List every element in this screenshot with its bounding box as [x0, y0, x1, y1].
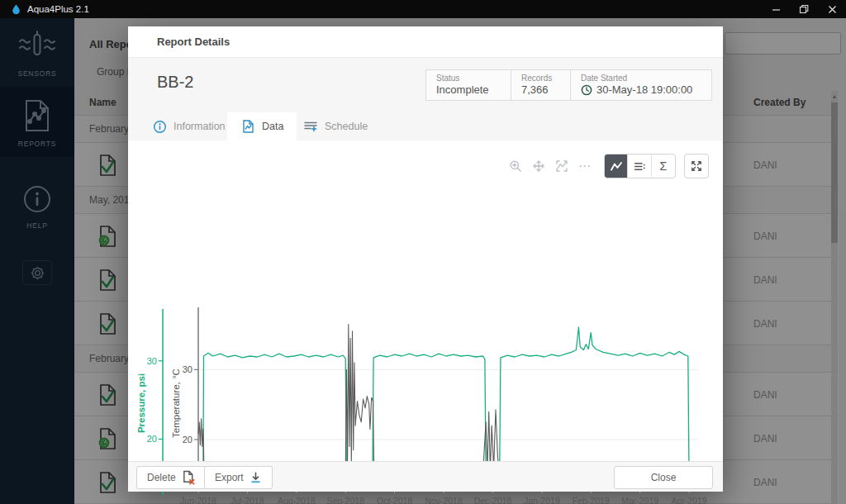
svg-text:20: 20: [147, 434, 157, 444]
autoscale-button[interactable]: [554, 159, 569, 174]
close-button[interactable]: Close: [614, 466, 713, 489]
modal-title: Report Details: [157, 36, 230, 48]
chart-view-button[interactable]: [605, 155, 628, 178]
report-info-box: Status Incomplete Records 7,366 Date Sta…: [425, 69, 712, 101]
report-details-modal: Report Details BB-2 Status Incomplete Re…: [128, 26, 723, 492]
svg-text:30: 30: [147, 356, 157, 366]
list-icon: [633, 160, 646, 173]
app-logo-droplet-icon: [11, 3, 21, 15]
status-label: Status: [436, 74, 501, 83]
restore-button[interactable]: [790, 0, 818, 18]
date-started-cell: Date Started 30-May-18 19:00:00: [571, 70, 711, 100]
report-name: BB-2: [157, 73, 193, 92]
clock-icon: [581, 84, 592, 96]
records-label: Records: [521, 74, 560, 83]
statistics-view-button[interactable]: Σ: [652, 155, 675, 178]
export-button[interactable]: Export: [204, 466, 273, 489]
chart-panel: ⋯ Σ: [128, 140, 723, 461]
data-chart-icon: [240, 119, 255, 134]
svg-text:Feb-2019: Feb-2019: [573, 496, 610, 504]
delete-document-icon: [182, 470, 196, 485]
close-window-button[interactable]: [818, 0, 846, 18]
view-mode-toggle: Σ: [604, 154, 676, 178]
svg-text:Apr-2019: Apr-2019: [671, 496, 706, 504]
download-icon: [250, 471, 262, 484]
tab-information[interactable]: Information: [140, 112, 239, 140]
svg-text:Mar-2019: Mar-2019: [621, 496, 658, 504]
schedule-icon: [303, 119, 318, 134]
titlebar: Aqua4Plus 2.1: [0, 0, 846, 18]
date-started-value: 30-May-18 19:00:00: [596, 83, 692, 96]
tab-schedule[interactable]: Schedule: [290, 112, 381, 140]
pan-button[interactable]: [531, 159, 546, 174]
tab-label: Schedule: [325, 121, 368, 132]
tab-label: Data: [262, 121, 283, 132]
plot-toolbar: ⋯ Σ: [128, 152, 723, 178]
svg-text:30: 30: [183, 364, 192, 374]
svg-text:Pressure, psi: Pressure, psi: [136, 373, 146, 433]
line-chart-icon: [610, 160, 623, 173]
svg-text:20: 20: [183, 435, 192, 445]
svg-text:Jul-2018: Jul-2018: [231, 496, 264, 504]
svg-text:Oct-2018: Oct-2018: [377, 496, 412, 504]
date-started-label: Date Started: [581, 74, 701, 83]
svg-text:Jan-2019: Jan-2019: [524, 496, 560, 504]
records-value: 7,366: [521, 83, 560, 96]
svg-text:Sep-2018: Sep-2018: [326, 496, 364, 504]
information-icon: [153, 120, 167, 134]
svg-text:Nov-2018: Nov-2018: [425, 496, 463, 504]
status-value: Incomplete: [436, 83, 501, 96]
delete-button[interactable]: Delete: [136, 466, 207, 489]
more-options-button[interactable]: ⋯: [577, 159, 592, 174]
modal-footer: Delete Export Close: [128, 461, 723, 492]
tab-bar: Information Data Schedule: [128, 112, 723, 140]
window-title: Aqua4Plus 2.1: [27, 4, 89, 14]
minimize-button[interactable]: [762, 0, 790, 18]
tab-data[interactable]: Data: [227, 112, 297, 140]
modal-header: Report Details: [128, 26, 723, 58]
svg-text:Jun-2018: Jun-2018: [180, 496, 216, 504]
zoom-in-button[interactable]: [508, 159, 523, 174]
status-cell: Status Incomplete: [426, 70, 511, 100]
expand-icon: [690, 159, 703, 173]
table-view-button[interactable]: [628, 155, 651, 178]
svg-text:Dec-2018: Dec-2018: [474, 496, 512, 504]
records-cell: Records 7,366: [511, 70, 571, 100]
tab-label: Information: [173, 121, 226, 132]
svg-text:Aug-2018: Aug-2018: [278, 496, 316, 504]
fullscreen-button[interactable]: [684, 154, 709, 178]
sigma-icon: Σ: [660, 159, 668, 173]
app-window: Aqua4Plus 2.1 SENSORS: [0, 0, 846, 504]
svg-text:Temperature, °C: Temperature, °C: [171, 368, 181, 438]
